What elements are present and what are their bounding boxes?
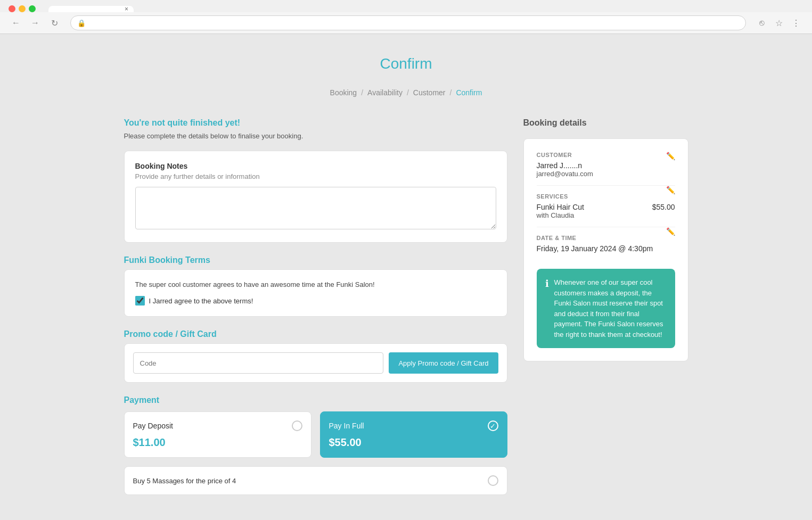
booking-notes-card: Booking Notes Provide any further detail… <box>124 151 507 243</box>
customer-section: ✏️ CUSTOMER Jarred J.......n jarred@ovat… <box>537 152 675 185</box>
promo-input[interactable] <box>133 352 384 374</box>
extra-option[interactable]: Buy 5 Massages for the price of 4 <box>124 466 507 495</box>
customer-label: CUSTOMER <box>537 152 675 158</box>
share-button[interactable]: ⎋ <box>754 15 769 30</box>
service-name: Funki Hair Cut <box>537 203 584 211</box>
terms-checkbox-label[interactable]: I Jarred agree to the above terms! <box>149 297 253 305</box>
breadcrumb-confirm[interactable]: Confirm <box>456 88 482 97</box>
promo-section-title: Promo code / Gift Card <box>124 329 507 339</box>
pay-full-radio <box>488 420 498 431</box>
close-tab-button[interactable]: × <box>125 5 128 13</box>
traffic-lights <box>9 5 36 12</box>
booking-notes-input[interactable] <box>135 187 496 229</box>
menu-button[interactable]: ⋮ <box>789 15 803 30</box>
terms-checkbox[interactable] <box>135 296 145 306</box>
page-title: Confirm <box>0 55 812 72</box>
datetime-value: Friday, 19 January 2024 @ 4:30pm <box>537 244 675 253</box>
extra-option-name: Buy 5 Massages for the price of 4 <box>133 477 236 485</box>
service-price: $55.00 <box>652 203 675 211</box>
terms-text: The super cool customer agrees to have a… <box>135 280 496 288</box>
info-box: ℹ Whenever one of our super cool custome… <box>537 269 675 348</box>
booking-details-card: ✏️ CUSTOMER Jarred J.......n jarred@ovat… <box>523 138 688 361</box>
close-window-button[interactable] <box>9 5 15 12</box>
pay-full-label: Pay In Full <box>329 422 364 430</box>
lock-icon: 🔒 <box>77 19 86 27</box>
address-bar[interactable]: 🔒 <box>70 15 746 30</box>
promo-card: Apply Promo code / Gift Card <box>124 343 507 383</box>
minimize-window-button[interactable] <box>19 5 26 12</box>
extra-option-radio <box>488 475 498 486</box>
customer-edit-icon[interactable]: ✏️ <box>666 152 675 160</box>
breadcrumb-customer[interactable]: Customer <box>413 88 446 97</box>
not-finished-title: You're not quite finished yet! <box>124 118 507 128</box>
booking-notes-label: Booking Notes <box>135 162 496 170</box>
maximize-window-button[interactable] <box>29 5 36 12</box>
right-column: Booking details ✏️ CUSTOMER Jarred J....… <box>523 118 688 495</box>
booking-notes-hint: Provide any further details or informati… <box>135 172 496 180</box>
datetime-label: DATE & TIME <box>537 235 675 241</box>
terms-card: The super cool customer agrees to have a… <box>124 269 507 317</box>
services-label: SERVICES <box>537 193 675 200</box>
refresh-button[interactable]: ↻ <box>47 15 62 30</box>
back-button[interactable]: ← <box>9 15 23 30</box>
terms-section-title: Funki Booking Terms <box>124 255 507 265</box>
breadcrumb: Booking / Availability / Customer / Conf… <box>0 88 812 97</box>
breadcrumb-availability[interactable]: Availability <box>367 88 403 97</box>
payment-section-title: Payment <box>124 395 507 405</box>
apply-promo-button[interactable]: Apply Promo code / Gift Card <box>389 352 498 374</box>
services-section: ✏️ SERVICES Funki Hair Cut with Claudia … <box>537 185 675 227</box>
bookmark-button[interactable]: ☆ <box>772 15 786 30</box>
service-sub: with Claudia <box>537 211 584 219</box>
info-text: Whenever one of our super cool customers… <box>554 277 667 340</box>
customer-email: jarred@ovatu.com <box>537 170 675 178</box>
pay-full-amount: $55.00 <box>329 436 498 449</box>
pay-full-option[interactable]: Pay In Full $55.00 <box>320 411 507 458</box>
pay-deposit-option[interactable]: Pay Deposit $11.00 <box>124 411 311 458</box>
booking-details-title: Booking details <box>523 118 688 128</box>
customer-name: Jarred J.......n <box>537 161 675 170</box>
pay-deposit-label: Pay Deposit <box>133 422 173 430</box>
left-column: You're not quite finished yet! Please co… <box>124 118 507 495</box>
datetime-section: ✏️ DATE & TIME Friday, 19 January 2024 @… <box>537 227 675 260</box>
browser-tab[interactable]: × <box>48 6 134 12</box>
info-icon: ℹ <box>545 278 549 340</box>
services-edit-icon[interactable]: ✏️ <box>666 186 675 194</box>
payment-options: Pay Deposit $11.00 Pay In Full $55.00 <box>124 411 507 458</box>
breadcrumb-booking[interactable]: Booking <box>330 88 357 97</box>
not-finished-subtitle: Please complete the details below to fin… <box>124 132 507 140</box>
datetime-edit-icon[interactable]: ✏️ <box>666 227 675 236</box>
pay-deposit-radio <box>292 420 302 431</box>
pay-deposit-amount: $11.00 <box>133 436 302 449</box>
forward-button[interactable]: → <box>28 15 43 30</box>
